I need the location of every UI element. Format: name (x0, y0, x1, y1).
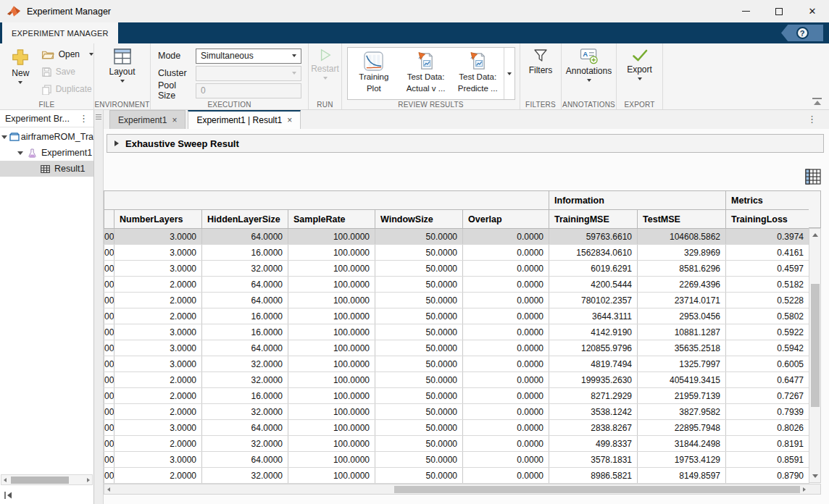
table-cell[interactable]: 00 (104, 388, 114, 404)
table-cell[interactable]: 64.0000 (202, 420, 288, 436)
expand-section-icon[interactable] (114, 140, 119, 146)
column-header-hiddenlayersize[interactable]: HiddenLayerSize (202, 210, 288, 229)
gallery-dropdown-button[interactable] (504, 48, 515, 99)
table-cell[interactable]: 0.5802 (726, 308, 809, 324)
table-cell[interactable]: 2.0000 (114, 436, 202, 452)
exhaustive-sweep-result-header[interactable]: Exhaustive Sweep Result (107, 134, 824, 153)
table-cell[interactable]: 1325.7997 (638, 356, 726, 372)
table-cell[interactable]: 2269.4396 (638, 277, 726, 293)
table-cell[interactable]: 0.7939 (726, 404, 809, 420)
table-cell[interactable]: 8149.8597 (638, 468, 726, 484)
tree-item-project[interactable]: airframeROM_Tra (0, 129, 93, 145)
table-cell[interactable]: 50.0000 (375, 324, 463, 340)
table-cell[interactable]: 4142.9190 (549, 324, 638, 340)
column-header[interactable] (104, 210, 114, 229)
column-header-trainingmse[interactable]: TrainingMSE (549, 210, 638, 229)
layout-button[interactable]: Layout (94, 43, 150, 100)
table-cell[interactable]: 0.0000 (463, 404, 549, 420)
table-row[interactable]: 002.000064.0000100.000050.00000.00004200… (104, 277, 809, 293)
table-cell[interactable]: 64.0000 (202, 293, 288, 308)
training-plot-button[interactable]: Training Plot (348, 48, 400, 99)
filters-button[interactable]: Filters (520, 43, 561, 100)
close-button[interactable]: ✕ (796, 0, 829, 22)
table-cell[interactable]: 2838.8267 (549, 420, 638, 436)
table-cell[interactable]: 0.6005 (726, 356, 809, 372)
table-cell[interactable]: 3.0000 (114, 261, 202, 277)
table-cell[interactable]: 32.0000 (202, 404, 288, 420)
table-cell[interactable]: 4819.7494 (549, 356, 638, 372)
table-cell[interactable]: 50.0000 (375, 420, 463, 436)
table-cell[interactable]: 8581.6296 (638, 261, 726, 277)
table-cell[interactable]: 0.7267 (726, 388, 809, 404)
table-cell[interactable]: 35635.2518 (638, 340, 726, 356)
table-cell[interactable]: 00 (104, 404, 114, 420)
column-header-testmse[interactable]: TestMSE (638, 210, 726, 229)
column-header-trainingloss[interactable]: TrainingLoss (726, 210, 809, 229)
table-cell[interactable]: 10881.1287 (638, 324, 726, 340)
table-cell[interactable]: 00 (104, 261, 114, 277)
table-cell[interactable]: 0.0000 (463, 436, 549, 452)
table-cell[interactable]: 100.0000 (288, 261, 375, 277)
table-cell[interactable]: 23714.0171 (638, 293, 726, 308)
table-cell[interactable]: 0.8191 (726, 436, 809, 452)
table-cell[interactable]: 0.3974 (726, 229, 809, 245)
table-cell[interactable]: 59763.6610 (549, 229, 638, 245)
table-row[interactable]: 002.000032.0000100.000050.00000.00003538… (104, 404, 809, 420)
table-cell[interactable]: 0.8026 (726, 420, 809, 436)
vertical-scrollbar-thumb[interactable] (811, 284, 820, 407)
table-cell[interactable]: 100.0000 (288, 404, 375, 420)
table-cell[interactable]: 50.0000 (375, 293, 463, 308)
table-cell[interactable]: 0.0000 (463, 452, 549, 468)
scroll-up-icon[interactable] (812, 233, 818, 237)
column-header-windowsize[interactable]: WindowSize (375, 210, 463, 229)
expander-icon[interactable] (17, 151, 23, 155)
table-cell[interactable]: 50.0000 (375, 308, 463, 324)
open-button[interactable]: Open (41, 46, 93, 63)
table-cell[interactable]: 0.8591 (726, 452, 809, 468)
table-cell[interactable]: 100.0000 (288, 308, 375, 324)
scroll-left-icon[interactable] (4, 478, 7, 482)
duplicate-button[interactable]: Duplicate (41, 80, 93, 98)
table-cell[interactable]: 100.0000 (288, 452, 375, 468)
table-cell[interactable]: 0.0000 (463, 420, 549, 436)
table-cell[interactable]: 16.0000 (202, 245, 288, 261)
table-cell[interactable]: 3.0000 (114, 245, 202, 261)
table-cell[interactable]: 0.0000 (463, 468, 549, 484)
table-cell[interactable]: 3.0000 (114, 356, 202, 372)
table-cell[interactable]: 0.0000 (463, 229, 549, 245)
table-cell[interactable]: 3.0000 (114, 420, 202, 436)
table-row[interactable]: 003.000032.0000100.000050.00000.00004819… (104, 356, 809, 372)
table-cell[interactable]: 6019.6291 (549, 261, 638, 277)
table-cell[interactable]: 2.0000 (114, 388, 202, 404)
table-row[interactable]: 002.000064.0000100.000050.00000.00007801… (104, 293, 809, 308)
table-cell[interactable]: 50.0000 (375, 229, 463, 245)
table-cell[interactable]: 64.0000 (202, 452, 288, 468)
table-row[interactable]: 003.000064.0000100.000050.00000.00003578… (104, 452, 809, 468)
table-cell[interactable]: 3.0000 (114, 324, 202, 340)
document-menu-button[interactable]: ⋮ (805, 114, 819, 125)
table-cell[interactable]: 00 (104, 468, 114, 484)
table-horizontal-scrollbar[interactable] (104, 484, 821, 495)
scroll-left-icon[interactable] (107, 487, 110, 492)
table-cell[interactable]: 32.0000 (202, 261, 288, 277)
table-cell[interactable]: 00 (104, 436, 114, 452)
table-cell[interactable]: 100.0000 (288, 229, 375, 245)
column-selection-button[interactable] (804, 168, 822, 185)
table-cell[interactable]: 2.0000 (114, 404, 202, 420)
table-cell[interactable]: 0.0000 (463, 261, 549, 277)
table-cell[interactable]: 0.0000 (463, 293, 549, 308)
table-cell[interactable]: 64.0000 (202, 340, 288, 356)
table-cell[interactable]: 2.0000 (114, 468, 202, 484)
tab-close-icon[interactable]: × (287, 115, 292, 125)
table-cell[interactable]: 64.0000 (202, 229, 288, 245)
table-cell[interactable]: 00 (104, 420, 114, 436)
group-header-metrics[interactable]: Metrics (726, 191, 809, 210)
maximize-button[interactable] (762, 0, 796, 22)
table-cell[interactable]: 4200.5444 (549, 277, 638, 293)
table-cell[interactable]: 16.0000 (202, 324, 288, 340)
table-cell[interactable]: 31844.2498 (638, 436, 726, 452)
table-cell[interactable]: 0.0000 (463, 245, 549, 261)
table-cell[interactable]: 3578.1831 (549, 452, 638, 468)
table-row[interactable]: 002.000032.0000100.000050.00000.00008986… (104, 468, 809, 484)
tab-experiment-manager[interactable]: EXPERIMENT MANAGER (2, 22, 118, 43)
